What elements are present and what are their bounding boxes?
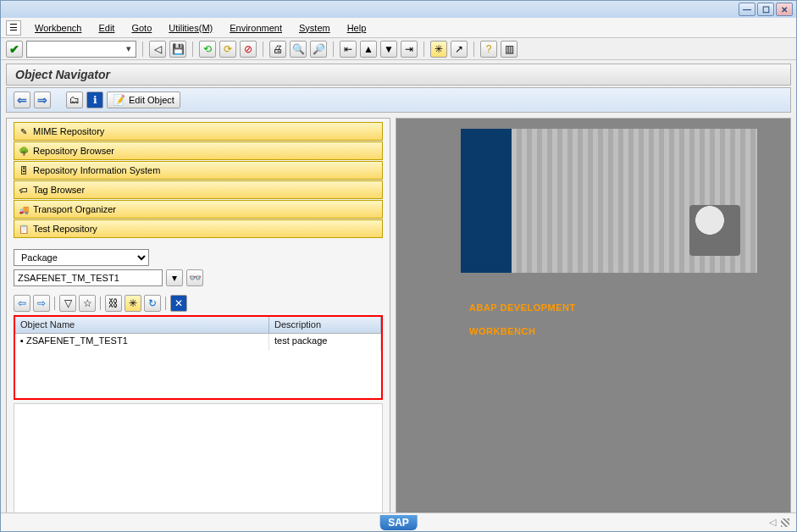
display-glasses-icon[interactable]: 👓: [186, 269, 203, 286]
nav-item-label: Repository Browser: [33, 146, 114, 156]
display-icon[interactable]: ℹ: [86, 91, 103, 108]
bullet-icon: ▪: [20, 335, 26, 346]
nav-repository-browser[interactable]: 🌳Repository Browser: [14, 141, 383, 160]
shortcut-icon[interactable]: ↗: [451, 41, 468, 58]
nav-item-label: Test Repository: [33, 224, 97, 234]
menu-environment[interactable]: Environment: [221, 20, 291, 36]
prev-page-icon[interactable]: ▲: [360, 41, 377, 58]
prev-object-icon[interactable]: ⇦: [14, 295, 30, 312]
save-icon[interactable]: 💾: [169, 41, 186, 58]
last-page-icon[interactable]: ⇥: [401, 41, 418, 58]
close-tree-icon[interactable]: ✕: [170, 295, 187, 312]
tree-cell-desc: test package: [269, 334, 381, 351]
menu-edit[interactable]: Edit: [90, 20, 123, 36]
object-name-input[interactable]: [14, 269, 163, 286]
title-bar: — ☐ ✕: [1, 1, 796, 18]
status-bar: SAP ◁: [1, 513, 796, 531]
form-icon: 📋: [18, 223, 30, 235]
tree-toolbar: ⇦ ⇨ ▽ ☆ ⛓ ✳ ↻ ✕: [14, 295, 383, 312]
hero-image: [461, 129, 757, 273]
resize-grip-icon[interactable]: [781, 518, 789, 527]
find-icon[interactable]: 🔍: [290, 41, 307, 58]
cancel-icon[interactable]: ⊘: [240, 41, 257, 58]
tree-row[interactable]: ▪ ZSAFENET_TM_TEST1 test package: [15, 334, 381, 351]
minimize-button[interactable]: —: [739, 3, 755, 16]
nav-mime-repository[interactable]: ✎MIME Repository: [14, 122, 383, 141]
nav-item-label: MIME Repository: [33, 126, 104, 136]
menu-bar: ☰ Workbench Edit Goto Utilities(M) Envir…: [1, 18, 796, 38]
tree-cell-name: ZSAFENET_TM_TEST1: [26, 335, 128, 346]
menu-utilities[interactable]: Utilities(M): [160, 20, 221, 36]
nav-repository-info-system[interactable]: 🗄Repository Information System: [14, 161, 383, 180]
print-icon[interactable]: 🖨: [269, 41, 286, 58]
back-green-icon[interactable]: ⟲: [199, 41, 216, 58]
dropdown-icon[interactable]: ▾: [122, 43, 136, 54]
superord-icon[interactable]: ▽: [59, 295, 76, 312]
tree-header: Object Name Description: [15, 317, 381, 334]
hero-title: ABAP DEVELOPMENTWORKBENCH: [469, 293, 576, 340]
nav-item-label: Transport Organizer: [33, 204, 116, 214]
pencil-icon: ✎: [18, 125, 30, 137]
favorites-icon[interactable]: ☆: [79, 295, 96, 312]
maximize-button[interactable]: ☐: [757, 3, 774, 16]
object-tree: Object Name Description ▪ ZSAFENET_TM_TE…: [14, 315, 383, 400]
preview-pane: ABAP DEVELOPMENTWORKBENCH: [396, 118, 791, 532]
nav-transport-organizer[interactable]: 🚚Transport Organizer: [14, 200, 383, 219]
nav-item-label: Repository Information System: [33, 165, 160, 175]
layout-icon[interactable]: ▥: [501, 41, 517, 58]
close-button[interactable]: ✕: [776, 3, 793, 16]
expand-all-icon[interactable]: ✳: [125, 295, 141, 312]
find-next-icon[interactable]: 🔎: [310, 41, 327, 58]
content-area: ✎MIME Repository 🌳Repository Browser 🗄Re…: [1, 113, 796, 532]
nav-test-repository[interactable]: 📋Test Repository: [14, 219, 383, 238]
app-toolbar: ⇐ ⇒ 🗂 ℹ 📝Edit Object: [6, 87, 791, 113]
exit-icon[interactable]: ⟳: [219, 41, 236, 58]
back-icon[interactable]: ◁: [149, 41, 166, 58]
edit-object-icon[interactable]: 📝Edit Object: [107, 91, 180, 108]
where-used-icon[interactable]: ⛓: [105, 295, 122, 312]
next-page-icon[interactable]: ▼: [380, 41, 397, 58]
col-description[interactable]: Description: [269, 317, 381, 333]
truck-icon: 🚚: [18, 203, 30, 215]
tree-icon: 🌳: [18, 145, 30, 157]
nav-forward-icon[interactable]: ⇒: [34, 91, 51, 108]
nav-back-icon[interactable]: ⇐: [14, 91, 30, 108]
enter-icon[interactable]: ✔: [6, 41, 23, 58]
menu-workbench[interactable]: Workbench: [26, 20, 90, 36]
standard-toolbar: ✔ ▾ ◁ 💾 ⟲ ⟳ ⊘ 🖨 🔍 🔎 ⇤ ▲ ▼ ⇥ ✳ ↗ ? ▥: [1, 38, 796, 60]
app-menu-icon[interactable]: ☰: [6, 20, 21, 36]
dropdown-button[interactable]: ▾: [166, 269, 183, 286]
nav-tag-browser[interactable]: 🏷Tag Browser: [14, 180, 383, 199]
object-type-select[interactable]: Package: [14, 249, 149, 266]
sap-logo: SAP: [379, 515, 418, 530]
menu-help[interactable]: Help: [339, 20, 375, 36]
menu-system[interactable]: System: [291, 20, 339, 36]
menu-goto[interactable]: Goto: [123, 20, 160, 36]
next-object-icon[interactable]: ⇨: [33, 295, 50, 312]
other-object-icon[interactable]: 🗂: [66, 91, 83, 108]
status-collapse-icon[interactable]: ◁: [769, 517, 776, 528]
help-icon[interactable]: ?: [480, 41, 497, 58]
new-session-icon[interactable]: ✳: [430, 41, 447, 58]
edit-object-label: Edit Object: [129, 95, 174, 105]
navigator-pane: ✎MIME Repository 🌳Repository Browser 🗄Re…: [6, 118, 390, 532]
first-page-icon[interactable]: ⇤: [340, 41, 357, 58]
command-field[interactable]: ▾: [26, 41, 136, 58]
app-window: — ☐ ✕ ☰ Workbench Edit Goto Utilities(M)…: [0, 0, 797, 532]
nav-item-label: Tag Browser: [33, 185, 85, 195]
col-object-name[interactable]: Object Name: [15, 317, 269, 333]
page-title: Object Navigator: [6, 64, 791, 86]
info-tree-icon: 🗄: [18, 164, 30, 176]
tag-icon: 🏷: [18, 184, 30, 196]
refresh-icon[interactable]: ↻: [144, 295, 161, 312]
